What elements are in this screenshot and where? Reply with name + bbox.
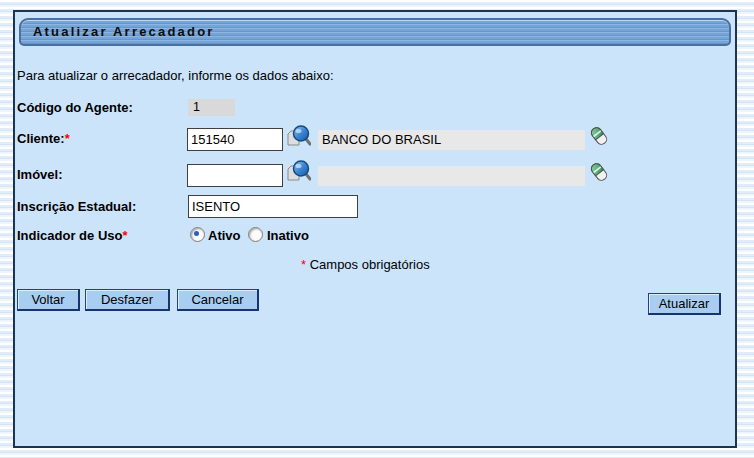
voltar-button[interactable]: Voltar <box>17 289 80 311</box>
radio-ativo-label: Ativo <box>208 228 241 243</box>
intro-text: Para atualizar o arrecadador, informe os… <box>17 68 334 83</box>
codigo-agente-value: 1 <box>188 99 235 116</box>
required-note-text: Campos obrigatórios <box>310 257 430 272</box>
indicador-uso-label-text: Indicador de Uso <box>17 228 122 243</box>
inscricao-estadual-input[interactable] <box>188 195 358 218</box>
indicador-uso-label: Indicador de Uso* <box>17 228 128 243</box>
radio-inativo-label: Inativo <box>267 228 309 243</box>
cliente-required-mark: * <box>65 131 70 146</box>
cliente-input[interactable] <box>187 128 283 151</box>
cliente-search-magnifier-icon[interactable] <box>285 123 311 149</box>
radio-inativo[interactable] <box>248 227 263 242</box>
cancelar-button[interactable]: Cancelar <box>177 289 259 311</box>
desfazer-button[interactable]: Desfazer <box>85 289 170 311</box>
cliente-label-text: Cliente: <box>17 131 65 146</box>
inscricao-estadual-label: Inscrição Estadual: <box>17 199 136 214</box>
indicador-uso-required-mark: * <box>122 228 127 243</box>
required-note-mark: * <box>301 257 306 272</box>
page-title: Atualizar Arrecadador <box>21 20 729 44</box>
imovel-input[interactable] <box>187 164 283 187</box>
cliente-label: Cliente:* <box>17 131 70 146</box>
form-panel: Atualizar Arrecadador Para atualizar o a… <box>13 10 737 448</box>
imovel-label: Imóvel: <box>17 167 63 182</box>
imovel-eraser-icon[interactable] <box>586 159 612 185</box>
atualizar-button[interactable]: Atualizar <box>648 293 721 315</box>
titlebar: Atualizar Arrecadador <box>19 18 731 46</box>
imovel-display <box>318 166 585 186</box>
page-background: Atualizar Arrecadador Para atualizar o a… <box>0 0 754 458</box>
required-note: * Campos obrigatórios <box>301 257 430 272</box>
imovel-search-magnifier-icon[interactable] <box>285 158 311 184</box>
radio-ativo[interactable] <box>190 227 205 242</box>
cliente-display: BANCO DO BRASIL <box>318 130 585 150</box>
cliente-eraser-icon[interactable] <box>586 123 612 149</box>
codigo-agente-label: Código do Agente: <box>17 100 133 115</box>
